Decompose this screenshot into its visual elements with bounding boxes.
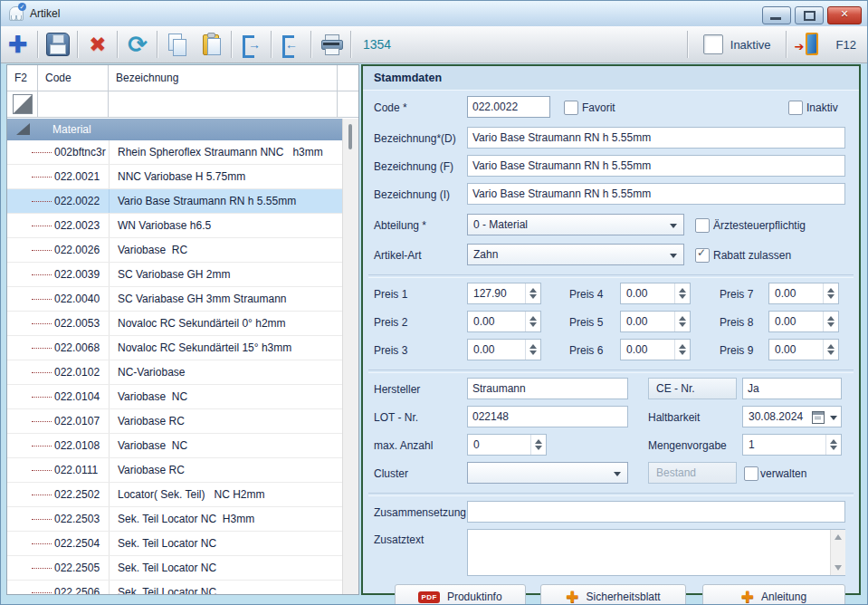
filter-name-cell[interactable] — [109, 91, 338, 117]
ce-nr-input[interactable] — [742, 378, 842, 399]
haltbarkeit-datepicker[interactable]: 30.08.2024 — [742, 406, 842, 427]
export-button[interactable]: → — [234, 29, 269, 60]
form-buttons-row: PDF Produktinfo ✚ Sicherheitsblatt ✚ Anl… — [363, 584, 859, 605]
preis5-input[interactable]: 0.00 — [620, 311, 691, 332]
column-header-f2[interactable]: F2 — [7, 65, 38, 91]
verwalten-checkbox[interactable] — [744, 466, 758, 481]
title-bar[interactable]: ✓ Artikel ✕ — [1, 1, 867, 27]
zusammensetzung-input[interactable] — [467, 501, 845, 523]
table-row[interactable]: 022.0026Variobase RC — [7, 238, 343, 263]
exit-key-label: F12 — [836, 38, 856, 52]
new-article-button[interactable]: ✚ — [1, 29, 35, 60]
preis2-input[interactable]: 0.00 — [467, 311, 541, 332]
list-scrollbar[interactable] — [342, 119, 358, 594]
refresh-button[interactable]: ⟳ — [120, 29, 155, 60]
preis1-input[interactable]: 127.90 — [467, 283, 541, 304]
code-row: Code * Favorit Inaktiv — [363, 96, 859, 120]
tree-connector — [7, 189, 49, 213]
table-row[interactable]: 022.0102NC-Variobase — [7, 360, 343, 385]
bezeichnung-f-input[interactable] — [467, 155, 845, 177]
max-anzahl-row: max. Anzahl 0 Mengenvorgabe 1 — [363, 434, 859, 457]
table-row[interactable]: 022.0053Novaloc RC Sekundärteil 0° h2mm — [7, 312, 343, 336]
group-row-material[interactable]: Material — [7, 119, 343, 140]
import-button[interactable]: ← — [274, 29, 309, 60]
table-row[interactable]: 022.0111Variobase RC — [7, 458, 343, 483]
preis6-input[interactable]: 0.00 — [620, 339, 691, 360]
bezeichnung-d-input[interactable] — [467, 127, 845, 149]
hersteller-input[interactable] — [467, 378, 628, 399]
table-row[interactable]: 022.0068Novaloc RC Sekundärteil 15° h3mm — [7, 336, 343, 360]
inactive-filter-checkbox[interactable] — [703, 34, 723, 54]
preis3-input[interactable]: 0.00 — [467, 339, 541, 360]
artikelart-row: Artikel-Art Zahn Rabatt zulassen — [363, 244, 859, 267]
lot-input[interactable] — [467, 406, 628, 427]
cell-code: 022.0040 — [49, 287, 109, 311]
abteilung-dropdown[interactable]: 0 - Material — [467, 214, 684, 235]
table-row[interactable]: 022.0021NNC Variobase H 5.75mm — [7, 165, 343, 189]
ce-nr-button[interactable]: CE - Nr. — [648, 378, 737, 399]
artikelart-dropdown[interactable]: Zahn — [467, 244, 684, 265]
copy-button[interactable] — [160, 29, 195, 60]
code-input[interactable] — [467, 96, 550, 118]
sicherheitsblatt-button[interactable]: ✚ Sicherheitsblatt — [540, 584, 686, 605]
rabatt-checkbox[interactable] — [695, 248, 710, 263]
preis8-input[interactable]: 0.00 — [768, 311, 839, 332]
preis4-input[interactable]: 0.00 — [620, 283, 691, 304]
zusatztext-textarea[interactable] — [467, 529, 845, 576]
delete-button[interactable]: ✖ — [81, 29, 115, 60]
cell-code: 022.2506 — [49, 581, 109, 594]
bezeichnung-i-input[interactable] — [467, 183, 845, 205]
paste-button[interactable] — [195, 29, 229, 60]
produktinfo-button[interactable]: PDF Produktinfo — [395, 584, 526, 605]
preis7-input[interactable]: 0.00 — [768, 283, 839, 304]
table-row[interactable]: 022.2506Sek. Teil Locator NC — [7, 581, 343, 594]
sicherheitsblatt-label: Sicherheitsblatt — [587, 591, 661, 603]
table-row[interactable]: 022.0022Vario Base Straumann RN h 5.55mm — [7, 189, 343, 214]
artikelart-label: Artikel-Art — [374, 249, 422, 262]
filter-cell[interactable] — [7, 91, 38, 117]
column-header-bezeichnung[interactable]: Bezeichnung — [109, 65, 338, 91]
inaktiv-checkbox[interactable] — [788, 101, 803, 115]
table-row[interactable]: 022.0108Variobase NC — [7, 434, 343, 458]
aerztesteuerpflichtig-checkbox[interactable] — [695, 218, 710, 233]
minimize-button[interactable] — [762, 6, 791, 24]
preis-row-3: Preis 3 0.00 Preis 6 0.00 Preis 9 0.00 — [363, 339, 859, 362]
favorit-checkbox[interactable] — [564, 101, 578, 115]
table-row[interactable]: 022.0040SC Variabase GH 3mm Straumann — [7, 287, 343, 312]
cell-code: 022.0111 — [49, 458, 109, 482]
chevron-down-icon — [670, 224, 677, 228]
cluster-dropdown[interactable] — [467, 462, 628, 484]
exit-button[interactable]: ➔ — [789, 29, 829, 60]
bestand-button: Bestand — [648, 462, 737, 484]
cell-code: 002bftnc3r — [49, 140, 109, 164]
table-row[interactable]: 022.0023WN Variobase h6.5 — [7, 214, 343, 238]
bezeichnung-i-label: Bezeichnung (I) — [374, 188, 450, 201]
close-button[interactable]: ✕ — [827, 6, 862, 24]
max-anzahl-input[interactable]: 0 — [467, 434, 547, 456]
cell-code: 022.0102 — [49, 360, 109, 384]
textarea-scrollbar[interactable] — [830, 530, 845, 575]
anleitung-button[interactable]: ✚ Anleitung — [702, 584, 845, 605]
table-row[interactable]: 022.0104Variobase NC — [7, 385, 343, 409]
mengenvorgabe-input[interactable]: 1 — [742, 434, 842, 456]
table-row[interactable]: 022.0107Variobase RC — [7, 409, 343, 434]
table-row[interactable]: 022.2504Sek. Teil Locator NC — [7, 532, 343, 556]
cell-code: 022.0023 — [49, 214, 109, 237]
maximize-button[interactable] — [795, 6, 824, 24]
table-row[interactable]: 022.0039SC Variobase GH 2mm — [7, 263, 343, 287]
table-row[interactable]: 022.2502Locator( Sek. Teil) NC H2mm — [7, 483, 343, 507]
save-button[interactable] — [41, 29, 75, 60]
window-title: Artikel — [30, 7, 60, 20]
table-row[interactable]: 002bftnc3rRhein Spheroflex Straumann NNC… — [7, 140, 343, 165]
print-button[interactable] — [314, 29, 348, 60]
bezeichnung-d-label: Bezeichnung*(D) — [374, 132, 456, 145]
abteilung-label: Abteilung * — [374, 219, 426, 232]
scrollbar-thumb[interactable] — [348, 124, 352, 149]
preis3-label: Preis 3 — [374, 344, 407, 357]
column-header-code[interactable]: Code — [38, 65, 109, 91]
table-row[interactable]: 022.2503Sek. Teil Locator NC H3mm — [7, 507, 343, 532]
table-row[interactable]: 022.2505Sek. Teil Locator NC — [7, 556, 343, 581]
filter-code-cell[interactable] — [38, 91, 109, 117]
anleitung-label: Anleitung — [761, 591, 806, 603]
preis9-input[interactable]: 0.00 — [768, 339, 839, 360]
